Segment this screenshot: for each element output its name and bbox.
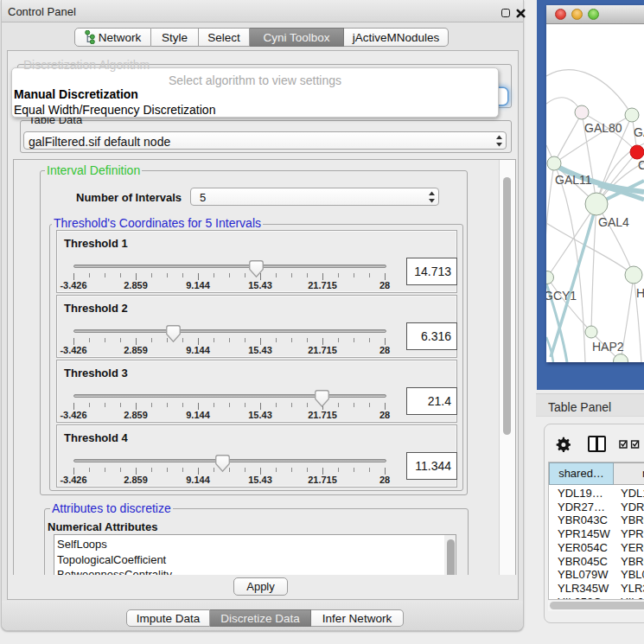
svg-text:HAP2: HAP2	[592, 340, 624, 354]
svg-text:GCY1: GCY1	[546, 289, 577, 303]
svg-text:C…: C…	[638, 158, 644, 172]
svg-text:H: H	[636, 286, 644, 300]
svg-text:GAL80: GAL80	[584, 121, 622, 135]
svg-text:GAL4: GAL4	[598, 215, 629, 229]
svg-text:GAL11: GAL11	[555, 173, 592, 187]
svg-text:GAL…: GAL…	[634, 125, 644, 139]
